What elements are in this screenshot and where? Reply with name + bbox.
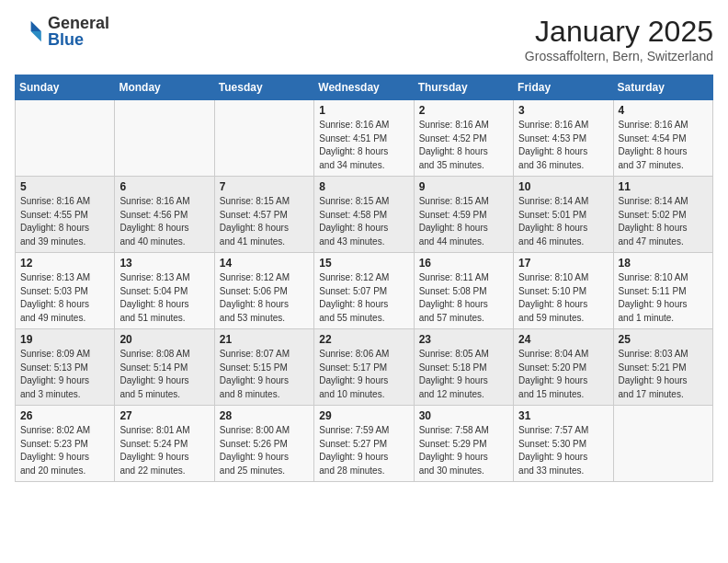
logo-general: General (48, 15, 109, 31)
day-info: Sunrise: 8:00 AM Sunset: 5:26 PM Dayligh… (220, 424, 309, 477)
day-info: Sunrise: 8:13 AM Sunset: 5:04 PM Dayligh… (119, 271, 209, 325)
day-info: Sunrise: 7:58 AM Sunset: 5:29 PM Dayligh… (419, 424, 508, 477)
calendar-cell: 19Sunrise: 8:09 AM Sunset: 5:13 PM Dayli… (16, 329, 115, 406)
day-header-saturday: Saturday (613, 75, 712, 100)
logo-blue: Blue (48, 31, 109, 48)
day-number: 13 (119, 257, 209, 270)
day-info: Sunrise: 8:12 AM Sunset: 5:07 PM Dayligh… (319, 271, 408, 325)
day-info: Sunrise: 8:06 AM Sunset: 5:17 PM Dayligh… (319, 348, 408, 401)
day-header-monday: Monday (115, 75, 214, 100)
calendar-cell: 15Sunrise: 8:12 AM Sunset: 5:07 PM Dayli… (314, 253, 414, 329)
day-number: 6 (119, 180, 209, 193)
day-info: Sunrise: 8:16 AM Sunset: 4:52 PM Dayligh… (419, 119, 508, 172)
day-info: Sunrise: 8:08 AM Sunset: 5:14 PM Dayligh… (119, 348, 209, 401)
day-number: 15 (319, 257, 408, 270)
day-number: 18 (619, 257, 708, 270)
day-info: Sunrise: 7:57 AM Sunset: 5:30 PM Dayligh… (518, 424, 608, 477)
calendar-cell: 30Sunrise: 7:58 AM Sunset: 5:29 PM Dayli… (414, 406, 513, 482)
calendar-cell: 22Sunrise: 8:06 AM Sunset: 5:17 PM Dayli… (314, 329, 414, 406)
calendar-week-1: 1Sunrise: 8:16 AM Sunset: 4:51 PM Daylig… (16, 100, 713, 177)
day-number: 3 (518, 104, 608, 117)
day-info: Sunrise: 8:16 AM Sunset: 4:55 PM Dayligh… (20, 195, 109, 248)
calendar-cell: 14Sunrise: 8:12 AM Sunset: 5:06 PM Dayli… (214, 253, 313, 329)
day-info: Sunrise: 8:07 AM Sunset: 5:15 PM Dayligh… (220, 348, 309, 401)
logo: General Blue (15, 15, 109, 48)
day-number: 1 (319, 104, 408, 117)
calendar-cell: 8Sunrise: 8:15 AM Sunset: 4:58 PM Daylig… (314, 177, 414, 253)
day-number: 9 (419, 180, 508, 193)
day-info: Sunrise: 8:03 AM Sunset: 5:21 PM Dayligh… (619, 348, 708, 401)
day-info: Sunrise: 8:13 AM Sunset: 5:03 PM Dayligh… (20, 271, 109, 325)
day-info: Sunrise: 8:14 AM Sunset: 5:01 PM Dayligh… (518, 195, 608, 248)
day-info: Sunrise: 8:11 AM Sunset: 5:08 PM Dayligh… (419, 271, 508, 325)
calendar-cell (214, 100, 313, 177)
calendar-cell: 26Sunrise: 8:02 AM Sunset: 5:23 PM Dayli… (16, 406, 115, 482)
day-number: 30 (419, 409, 508, 422)
calendar-cell: 5Sunrise: 8:16 AM Sunset: 4:55 PM Daylig… (16, 177, 115, 253)
day-info: Sunrise: 8:12 AM Sunset: 5:06 PM Dayligh… (220, 271, 309, 325)
calendar-cell: 18Sunrise: 8:10 AM Sunset: 5:11 PM Dayli… (613, 253, 712, 329)
day-info: Sunrise: 8:09 AM Sunset: 5:13 PM Dayligh… (20, 348, 109, 401)
day-number: 16 (419, 257, 508, 270)
calendar-cell: 11Sunrise: 8:14 AM Sunset: 5:02 PM Dayli… (613, 177, 712, 253)
day-info: Sunrise: 8:05 AM Sunset: 5:18 PM Dayligh… (419, 348, 508, 401)
location: Grossaffoltern, Bern, Switzerland (525, 49, 713, 63)
day-header-wednesday: Wednesday (314, 75, 414, 100)
calendar-cell: 1Sunrise: 8:16 AM Sunset: 4:51 PM Daylig… (314, 100, 414, 177)
calendar-cell: 10Sunrise: 8:14 AM Sunset: 5:01 PM Dayli… (514, 177, 613, 253)
month-title: January 2025 (525, 15, 713, 49)
day-header-tuesday: Tuesday (214, 75, 313, 100)
day-info: Sunrise: 8:16 AM Sunset: 4:54 PM Dayligh… (619, 119, 708, 172)
day-header-sunday: Sunday (16, 75, 115, 100)
calendar-cell: 29Sunrise: 7:59 AM Sunset: 5:27 PM Dayli… (314, 406, 414, 482)
day-number: 4 (619, 104, 708, 117)
day-info: Sunrise: 8:16 AM Sunset: 4:56 PM Dayligh… (119, 195, 209, 248)
calendar-cell (115, 100, 214, 177)
calendar-cell (613, 406, 712, 482)
calendar-week-4: 19Sunrise: 8:09 AM Sunset: 5:13 PM Dayli… (16, 329, 713, 406)
calendar-cell (16, 100, 115, 177)
day-info: Sunrise: 8:10 AM Sunset: 5:10 PM Dayligh… (518, 271, 608, 325)
day-number: 11 (619, 180, 708, 193)
svg-marker-1 (31, 31, 41, 41)
calendar-week-2: 5Sunrise: 8:16 AM Sunset: 4:55 PM Daylig… (16, 177, 713, 253)
logo-icon (15, 17, 44, 46)
day-info: Sunrise: 8:15 AM Sunset: 4:57 PM Dayligh… (220, 195, 309, 248)
calendar-cell: 24Sunrise: 8:04 AM Sunset: 5:20 PM Dayli… (514, 329, 613, 406)
day-number: 21 (220, 333, 309, 346)
day-number: 29 (319, 409, 408, 422)
day-number: 7 (220, 180, 309, 193)
day-number: 26 (20, 409, 109, 422)
calendar-cell: 31Sunrise: 7:57 AM Sunset: 5:30 PM Dayli… (514, 406, 613, 482)
calendar-cell: 23Sunrise: 8:05 AM Sunset: 5:18 PM Dayli… (414, 329, 513, 406)
calendar-cell: 25Sunrise: 8:03 AM Sunset: 5:21 PM Dayli… (613, 329, 712, 406)
day-header-friday: Friday (514, 75, 613, 100)
title-block: January 2025 Grossaffoltern, Bern, Switz… (525, 15, 713, 63)
day-info: Sunrise: 8:10 AM Sunset: 5:11 PM Dayligh… (619, 271, 708, 325)
calendar-cell: 12Sunrise: 8:13 AM Sunset: 5:03 PM Dayli… (16, 253, 115, 329)
calendar-cell: 2Sunrise: 8:16 AM Sunset: 4:52 PM Daylig… (414, 100, 513, 177)
day-header-thursday: Thursday (414, 75, 513, 100)
day-number: 27 (119, 409, 209, 422)
calendar-cell: 21Sunrise: 8:07 AM Sunset: 5:15 PM Dayli… (214, 329, 313, 406)
calendar-table: SundayMondayTuesdayWednesdayThursdayFrid… (15, 75, 713, 482)
calendar-cell: 4Sunrise: 8:16 AM Sunset: 4:54 PM Daylig… (613, 100, 712, 177)
day-number: 31 (518, 409, 608, 422)
day-info: Sunrise: 8:14 AM Sunset: 5:02 PM Dayligh… (619, 195, 708, 248)
calendar-cell: 7Sunrise: 8:15 AM Sunset: 4:57 PM Daylig… (214, 177, 313, 253)
calendar-cell: 16Sunrise: 8:11 AM Sunset: 5:08 PM Dayli… (414, 253, 513, 329)
page-header: General Blue January 2025 Grossaffoltern… (15, 15, 713, 63)
day-number: 24 (518, 333, 608, 346)
day-number: 23 (419, 333, 508, 346)
day-info: Sunrise: 8:16 AM Sunset: 4:53 PM Dayligh… (518, 119, 608, 172)
day-number: 12 (20, 257, 109, 270)
calendar-cell: 20Sunrise: 8:08 AM Sunset: 5:14 PM Dayli… (115, 329, 214, 406)
calendar-week-3: 12Sunrise: 8:13 AM Sunset: 5:03 PM Dayli… (16, 253, 713, 329)
day-number: 19 (20, 333, 109, 346)
day-number: 28 (220, 409, 309, 422)
day-number: 25 (619, 333, 708, 346)
calendar-header-row: SundayMondayTuesdayWednesdayThursdayFrid… (16, 75, 713, 100)
day-info: Sunrise: 8:04 AM Sunset: 5:20 PM Dayligh… (518, 348, 608, 401)
calendar-cell: 9Sunrise: 8:15 AM Sunset: 4:59 PM Daylig… (414, 177, 513, 253)
day-info: Sunrise: 8:15 AM Sunset: 4:58 PM Dayligh… (319, 195, 408, 248)
